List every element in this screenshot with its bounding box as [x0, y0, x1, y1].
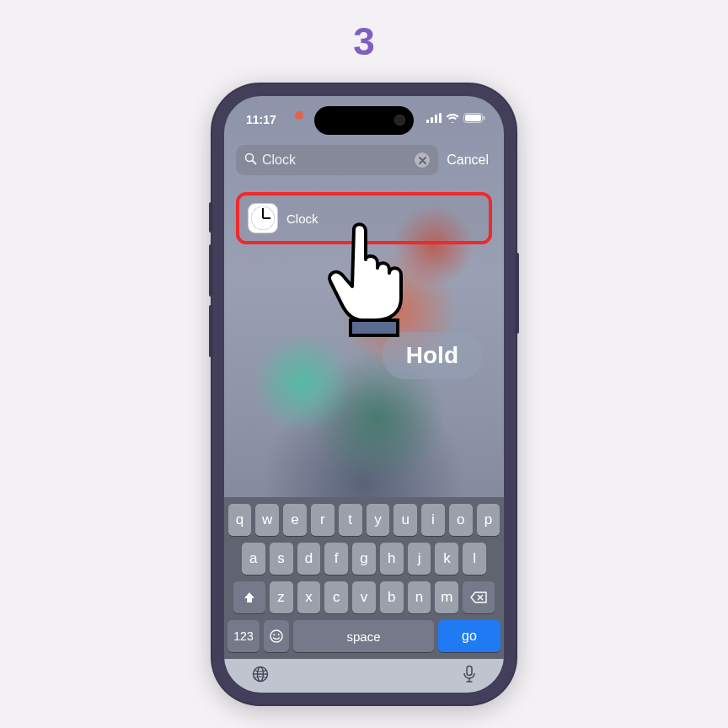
wifi-icon: [446, 113, 459, 123]
keyboard-row-2: asdfghjkl: [228, 543, 500, 575]
search-result-clock[interactable]: Clock: [236, 192, 492, 244]
key-k[interactable]: k: [435, 543, 458, 575]
key-g[interactable]: g: [352, 543, 376, 575]
space-key[interactable]: space: [293, 620, 434, 652]
key-s[interactable]: s: [270, 543, 293, 575]
key-t[interactable]: t: [339, 504, 362, 536]
key-p[interactable]: p: [477, 504, 500, 536]
backspace-key[interactable]: [463, 581, 495, 613]
numbers-key[interactable]: 123: [228, 620, 260, 652]
cell-signal-icon: [426, 113, 442, 123]
keyboard-row-3: zxcvbnm: [228, 581, 500, 613]
key-r[interactable]: r: [311, 504, 335, 536]
key-v[interactable]: v: [352, 581, 376, 613]
globe-icon: [251, 665, 270, 683]
key-q[interactable]: q: [228, 504, 252, 536]
key-m[interactable]: m: [435, 581, 458, 613]
backspace-icon: [470, 592, 487, 603]
search-row: Clock Cancel: [236, 145, 492, 175]
x-icon: [419, 157, 426, 164]
emoji-key[interactable]: [264, 620, 289, 652]
dynamic-island: [314, 106, 414, 135]
search-icon: [244, 153, 257, 169]
svg-rect-11: [467, 666, 472, 676]
key-c[interactable]: c: [324, 581, 348, 613]
search-query-text: Clock: [262, 153, 415, 168]
key-u[interactable]: u: [393, 504, 417, 536]
recording-indicator-icon: [295, 111, 303, 120]
shift-key[interactable]: [233, 581, 265, 613]
phone-screen: 11:17 Clock Cancel: [224, 96, 504, 693]
search-input[interactable]: Clock: [236, 145, 438, 175]
mute-switch: [209, 202, 213, 233]
key-n[interactable]: n: [408, 581, 431, 613]
key-x[interactable]: x: [297, 581, 321, 613]
svg-rect-1: [465, 115, 481, 121]
key-w[interactable]: w: [255, 504, 279, 536]
key-e[interactable]: e: [283, 504, 307, 536]
dictation-key[interactable]: [462, 665, 477, 687]
emoji-icon: [269, 629, 284, 644]
volume-down-button: [209, 305, 213, 357]
power-button: [515, 253, 519, 334]
microphone-icon: [462, 665, 477, 683]
key-j[interactable]: j: [408, 543, 431, 575]
clear-search-button[interactable]: [415, 153, 430, 168]
go-key[interactable]: go: [438, 620, 500, 652]
key-d[interactable]: d: [297, 543, 321, 575]
phone-frame: 11:17 Clock Cancel: [212, 84, 516, 704]
key-z[interactable]: z: [270, 581, 293, 613]
cancel-button[interactable]: Cancel: [447, 153, 492, 168]
key-a[interactable]: a: [242, 543, 265, 575]
search-result-label: Clock: [286, 211, 318, 226]
keyboard-toolbar: [224, 659, 504, 693]
svg-rect-2: [484, 116, 485, 120]
key-b[interactable]: b: [380, 581, 404, 613]
key-l[interactable]: l: [463, 543, 486, 575]
keyboard-row-1: qwertyuiop: [228, 504, 500, 536]
step-number: 3: [0, 19, 728, 64]
svg-point-5: [270, 630, 282, 642]
key-y[interactable]: y: [367, 504, 390, 536]
hold-instruction-pill: Hold: [383, 332, 482, 379]
shift-icon: [243, 591, 256, 604]
clock-app-icon: [248, 203, 278, 233]
svg-line-4: [253, 160, 256, 163]
battery-icon: [463, 113, 485, 123]
svg-point-7: [278, 634, 280, 635]
key-f[interactable]: f: [324, 543, 348, 575]
status-time: 11:17: [246, 113, 276, 126]
key-o[interactable]: o: [449, 504, 473, 536]
keyboard-row-4: 123 space go: [228, 620, 500, 652]
keyboard: qwertyuiop asdfghjkl zxcvbnm 123 space g…: [224, 497, 504, 659]
svg-point-6: [273, 634, 275, 635]
globe-key[interactable]: [251, 665, 270, 687]
volume-up-button: [209, 244, 213, 297]
key-i[interactable]: i: [421, 504, 445, 536]
key-h[interactable]: h: [380, 543, 404, 575]
